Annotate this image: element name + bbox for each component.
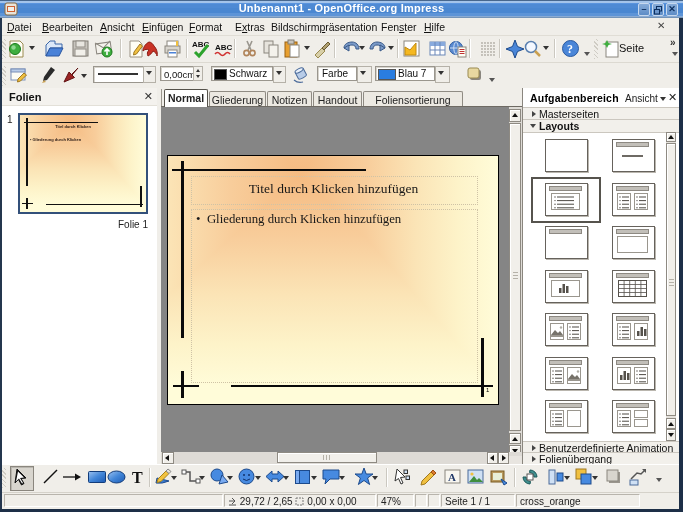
svg-text:ABC: ABC (215, 43, 233, 52)
svg-text:?: ? (567, 42, 573, 56)
svg-text:T: T (132, 469, 143, 486)
svg-text:A: A (448, 471, 456, 483)
